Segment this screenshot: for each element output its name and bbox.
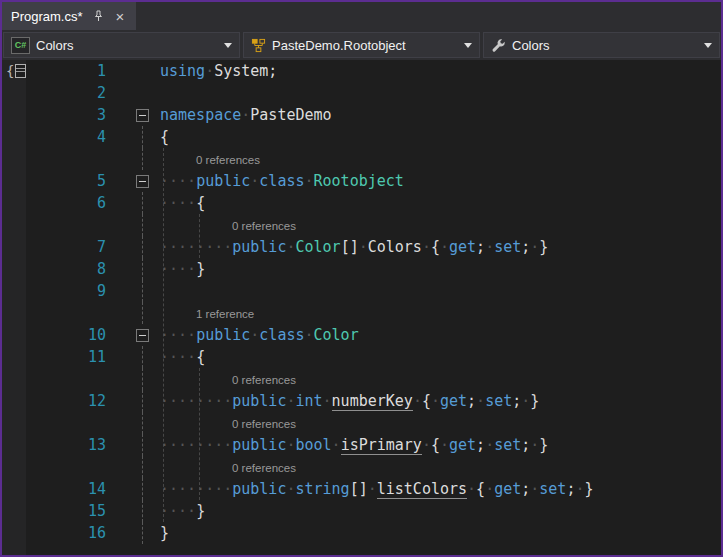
code-token: {	[196, 348, 205, 366]
codelens-link[interactable]: 0 references	[232, 220, 296, 232]
code-line[interactable]: 8····}	[2, 258, 721, 280]
glyph-margin-cell[interactable]	[2, 280, 26, 302]
pin-icon[interactable]	[93, 10, 104, 22]
glyph-margin-cell[interactable]	[2, 258, 26, 280]
code-content: 0 references	[154, 412, 721, 434]
code-token: ·	[305, 326, 314, 344]
glyph-margin-cell[interactable]	[2, 522, 26, 544]
code-token: bool	[295, 436, 331, 454]
code-token: ·	[250, 172, 259, 190]
glyph-margin-cell[interactable]	[2, 302, 26, 324]
code-content: ····{	[154, 346, 721, 368]
codelens-row[interactable]: 1 reference	[2, 302, 721, 324]
fold-gutter-cell	[110, 346, 154, 368]
glyph-margin-cell[interactable]	[2, 500, 26, 522]
line-number: 4	[26, 126, 110, 148]
fold-collapse-button[interactable]	[136, 329, 149, 342]
code-content: ········public·string[]·listColors·{·get…	[154, 478, 721, 500]
code-editor[interactable]: { 1using·System;23namespace·PasteDemo4{0…	[2, 60, 721, 555]
chevron-down-icon[interactable]	[464, 43, 472, 48]
project-dropdown[interactable]: C# Colors	[3, 32, 240, 58]
code-line[interactable]: 15····}	[2, 500, 721, 522]
fold-gutter-cell	[110, 192, 154, 214]
code-content: 0 references	[154, 214, 721, 236]
code-content: 0 references	[154, 148, 721, 170]
glyph-margin-cell[interactable]	[2, 324, 26, 346]
code-token: Rootobject	[314, 172, 404, 190]
glyph-margin-cell[interactable]	[2, 126, 26, 148]
code-content: 0 references	[154, 368, 721, 390]
code-line[interactable]: 4{	[2, 126, 721, 148]
code-content: ····public·class·Rootobject	[154, 170, 721, 192]
chevron-down-icon[interactable]	[704, 43, 712, 48]
code-token: namespace	[160, 106, 241, 124]
codelens-row[interactable]: 0 references	[2, 412, 721, 434]
glyph-margin-cell[interactable]	[2, 478, 26, 500]
code-token: []	[341, 238, 359, 256]
code-line[interactable]: 12········public·int·numberKey·{·get;·se…	[2, 390, 721, 412]
code-content: 1 reference	[154, 302, 721, 324]
fold-gutter-cell	[110, 412, 154, 434]
codelens-row[interactable]: 0 references	[2, 456, 721, 478]
braces-document-icon[interactable]: {	[6, 63, 26, 79]
document-glyph	[15, 64, 26, 78]
code-token: {	[476, 480, 485, 498]
code-line[interactable]: 13········public·bool·isPrimary·{·get;·s…	[2, 434, 721, 456]
type-dropdown[interactable]: PasteDemo.Rootobject	[243, 32, 480, 58]
code-content	[154, 280, 721, 302]
code-line[interactable]: 7········public·Color[]·Colors·{·get;·se…	[2, 236, 721, 258]
fold-gutter-cell	[110, 500, 154, 522]
codelens-link[interactable]: 0 references	[196, 154, 260, 166]
code-line[interactable]: 6····{	[2, 192, 721, 214]
code-line[interactable]: 2	[2, 82, 721, 104]
glyph-margin-cell[interactable]	[2, 412, 26, 434]
glyph-margin-cell[interactable]	[2, 390, 26, 412]
fold-collapse-button[interactable]	[136, 175, 149, 188]
glyph-margin-cell[interactable]	[2, 148, 26, 170]
code-token: public	[232, 392, 286, 410]
codelens-row[interactable]: 0 references	[2, 148, 721, 170]
code-line[interactable]: 1using·System;	[2, 60, 721, 82]
fold-gutter-cell	[110, 236, 154, 258]
glyph-margin-cell[interactable]	[2, 214, 26, 236]
code-line[interactable]: 10····public·class·Color	[2, 324, 721, 346]
code-token: ·	[332, 436, 341, 454]
code-content: ····{	[154, 192, 721, 214]
fold-collapse-button[interactable]	[136, 109, 149, 122]
code-token: Colors	[368, 238, 422, 256]
code-token: Color	[295, 238, 340, 256]
glyph-margin-cell[interactable]	[2, 434, 26, 456]
codelens-link[interactable]: 0 references	[232, 462, 296, 474]
code-line[interactable]: 3namespace·PasteDemo	[2, 104, 721, 126]
glyph-margin-cell[interactable]	[2, 346, 26, 368]
glyph-margin-cell[interactable]	[2, 104, 26, 126]
code-line[interactable]: 9	[2, 280, 721, 302]
glyph-margin-cell[interactable]	[2, 456, 26, 478]
code-token: ····	[160, 260, 196, 278]
codelens-row[interactable]: 0 references	[2, 214, 721, 236]
codelens-link[interactable]: 0 references	[232, 374, 296, 386]
code-content: }	[154, 522, 721, 544]
code-content: using·System;	[154, 60, 721, 82]
code-line[interactable]: 14········public·string[]·listColors·{·g…	[2, 478, 721, 500]
codelens-row[interactable]: 0 references	[2, 368, 721, 390]
glyph-margin-cell[interactable]	[2, 170, 26, 192]
fold-gutter-cell	[110, 368, 154, 390]
code-token: ········	[160, 392, 232, 410]
tab-program-cs[interactable]: Program.cs* ×	[2, 2, 136, 30]
line-number	[26, 412, 110, 434]
line-number	[26, 302, 110, 324]
code-line[interactable]: 16}	[2, 522, 721, 544]
line-number	[26, 148, 110, 170]
code-line[interactable]: 5····public·class·Rootobject	[2, 170, 721, 192]
glyph-margin-cell[interactable]	[2, 82, 26, 104]
close-icon[interactable]: ×	[114, 9, 127, 24]
glyph-margin-cell[interactable]	[2, 192, 26, 214]
codelens-link[interactable]: 0 references	[232, 418, 296, 430]
chevron-down-icon[interactable]	[224, 43, 232, 48]
codelens-link[interactable]: 1 reference	[196, 308, 254, 320]
code-line[interactable]: 11····{	[2, 346, 721, 368]
glyph-margin-cell[interactable]	[2, 368, 26, 390]
glyph-margin-cell[interactable]	[2, 236, 26, 258]
member-dropdown[interactable]: Colors	[483, 32, 720, 58]
